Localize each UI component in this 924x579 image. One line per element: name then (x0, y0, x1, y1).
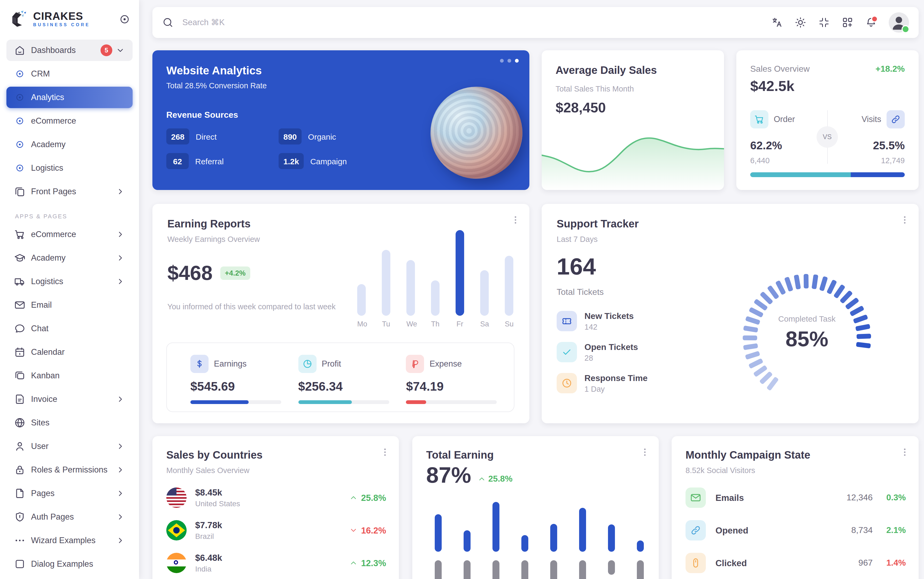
card-title: Earning Reports (167, 218, 251, 230)
chevron-right-icon (116, 489, 125, 498)
sidebar-item-label: eCommerce (31, 116, 76, 126)
earnings-stats-box: Earnings$545.69Profit$256.34Expense$74.1… (166, 342, 514, 412)
stat-value: 142 (585, 322, 634, 331)
country-name: India (195, 564, 222, 573)
trendup-icon (349, 493, 358, 502)
sidebar-item-crm[interactable]: CRM (7, 63, 133, 85)
stat-earnings: Earnings$545.69 (191, 355, 298, 412)
sidebar-item-email[interactable]: Email (7, 294, 133, 316)
sales-value: $42.5k (750, 78, 794, 95)
sidebar-item-label: Logistics (31, 276, 64, 286)
chevron-right-icon (116, 187, 125, 196)
total-tickets-label: Total Tickets (557, 287, 604, 297)
sidebar-pin-toggle-icon[interactable] (119, 13, 130, 25)
campaign-row-emails: Emails12,3460.3% (686, 487, 906, 508)
sidebar-item-calendar[interactable]: Calendar (7, 342, 133, 363)
website-analytics-card: Website Analytics Total 28.5% Conversion… (152, 50, 530, 190)
sidebar-item-ecommerce[interactable]: eCommerce (7, 224, 133, 245)
campaign-row-opened: Opened8,7342.1% (686, 520, 906, 540)
sidebar-item-academy[interactable]: Academy (7, 247, 133, 269)
sidebar-item-roles-permissions[interactable]: Roles & Permissions (7, 459, 133, 481)
sidebar-item-pages[interactable]: Pages (7, 483, 133, 504)
week-label: Mo (357, 320, 366, 328)
sidebar-item-front-pages[interactable]: Front Pages (7, 181, 133, 202)
theme-toggle-icon[interactable] (795, 16, 807, 28)
pages-copy-icon (14, 186, 26, 198)
notifications-button[interactable] (865, 16, 877, 28)
ticket-icon (561, 315, 573, 327)
ticket-stats-list: New Tickets142Open Tickets28Response Tim… (557, 311, 647, 393)
sidebar-item-analytics[interactable]: Analytics (7, 87, 133, 108)
kebab-menu-icon[interactable] (510, 214, 521, 225)
sales-sparkline-chart (542, 128, 724, 190)
campaign-percent: 2.1% (873, 525, 906, 535)
sidebar-item-label: Auth Pages (31, 512, 74, 522)
shortcuts-icon[interactable] (842, 16, 854, 28)
sidebar-item-label: Roles & Permissions (31, 465, 108, 475)
fullscreen-icon[interactable] (818, 16, 830, 28)
card-title: Support Tracker (557, 218, 639, 230)
globe-icon (14, 417, 26, 429)
sidebar-item-sites[interactable]: Sites (7, 412, 133, 433)
language-icon[interactable] (771, 16, 783, 28)
sidebar-item-kanban[interactable]: Kanban (7, 365, 133, 386)
stat-value: 268 (166, 128, 189, 144)
sidebar-item-label: Chat (31, 324, 49, 334)
campaign-label: Clicked (715, 558, 747, 568)
mouse-icon (690, 557, 702, 569)
search-input[interactable] (181, 17, 771, 28)
invoice-icon (14, 393, 26, 405)
sidebar-item-label: Logistics (31, 163, 64, 173)
carousel-dot[interactable] (507, 59, 511, 62)
sidebar-item-auth-pages[interactable]: Auth Pages (7, 506, 133, 528)
sidebar-item-wizard-examples[interactable]: Wizard Examples (7, 530, 133, 551)
stat-label: Referral (195, 157, 224, 165)
total-earning-card: Total Earning 87% 25.8% (412, 436, 659, 579)
earning-bar-bottom (550, 560, 557, 579)
week-label: Sa (480, 320, 489, 328)
topbar (152, 7, 919, 38)
campaign-label: Emails (715, 492, 744, 503)
sidebar-item-logistics[interactable]: Logistics (7, 157, 133, 179)
stat-value: $545.69 (191, 379, 298, 394)
sidebar-item-academy[interactable]: Academy (7, 134, 133, 155)
week-bar-Th (431, 280, 440, 316)
sidebar-item-label: Email (31, 300, 52, 310)
kebab-menu-icon[interactable] (900, 447, 910, 458)
kebab-menu-icon[interactable] (900, 214, 910, 225)
kanban-icon (14, 370, 26, 381)
search-icon[interactable] (162, 16, 174, 28)
sidebar-item-logistics[interactable]: Logistics (7, 271, 133, 292)
sidebar-item-label: Analytics (31, 93, 64, 102)
dots-icon (14, 535, 26, 546)
avatar[interactable] (889, 12, 909, 33)
weekly-bar-chart: MoTuWeThFrSaSu (357, 230, 513, 325)
ticket-stat-new-tickets: New Tickets142 (557, 311, 647, 331)
sales-overview-card: Sales Overview +18.2% $42.5k Order Visit… (736, 50, 919, 190)
sidebar-item-invoice[interactable]: Invoice (7, 389, 133, 410)
country-sales-value: $8.45k (195, 487, 240, 498)
sales-by-countries-card: Sales by Countries Monthly Sales Overvie… (152, 436, 399, 579)
carousel-dot-active[interactable] (515, 59, 519, 62)
sidebar-item-user[interactable]: User (7, 435, 133, 457)
stat-value: $74.19 (406, 379, 514, 394)
sidebar-item-dashboards[interactable]: Dashboards 5 (7, 39, 133, 61)
sidebar-item-chat[interactable]: Chat (7, 318, 133, 339)
country-trend-percent: 16.2% (361, 525, 386, 535)
week-label: Su (505, 320, 513, 328)
circle-dot-icon (15, 69, 24, 79)
check-icon (561, 346, 573, 358)
link-icon[interactable] (890, 114, 901, 125)
sidebar-item-dialog-examples[interactable]: Dialog Examples (7, 553, 133, 575)
sidebar-item-label: Wizard Examples (31, 536, 95, 545)
sidebar-item-label: eCommerce (31, 229, 76, 239)
sidebar-item-label: Dashboards (31, 46, 76, 55)
kebab-menu-icon[interactable] (380, 447, 390, 458)
paypal-icon (410, 358, 420, 369)
carousel-dot[interactable] (500, 59, 504, 62)
stat-label: Open Tickets (585, 342, 638, 352)
lock-icon (14, 464, 26, 476)
support-tracker-card: Support Tracker Last 7 Days 164 Total Ti… (542, 204, 919, 423)
sidebar-item-ecommerce[interactable]: eCommerce (7, 110, 133, 132)
revenue-sources-stats: 268Direct890Organic62Referral1.2kCampaig… (166, 128, 391, 169)
